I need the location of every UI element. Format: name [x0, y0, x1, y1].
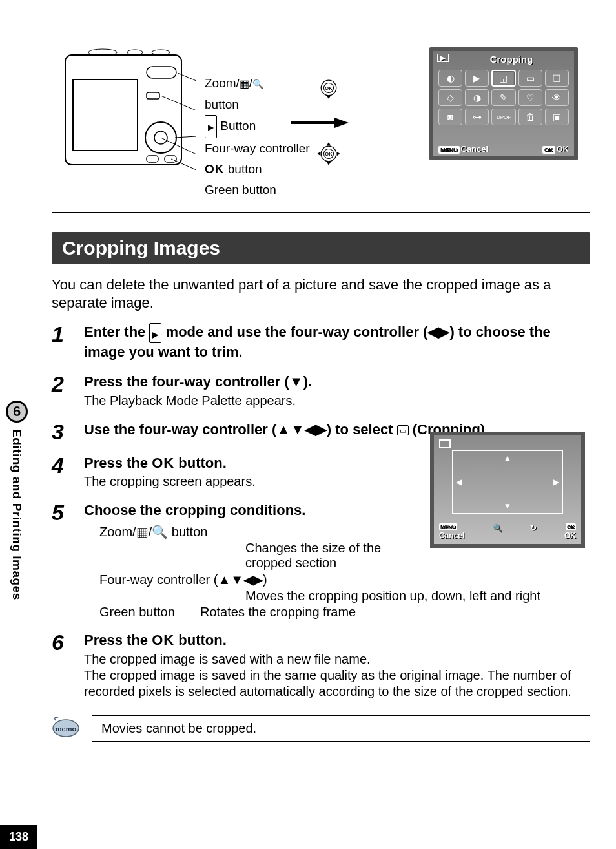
svg-text:memo: memo — [56, 725, 77, 733]
palette-icon: ▣ — [545, 109, 569, 125]
step-number: 2 — [52, 373, 71, 409]
palette-icon: ◇ — [438, 89, 462, 106]
ok-dial-down-icon: OK — [315, 74, 342, 101]
svg-rect-0 — [65, 55, 181, 165]
palette-icon: DPOF — [491, 109, 515, 125]
svg-marker-19 — [326, 96, 331, 99]
palette-title: ▶ Cropping — [433, 51, 574, 67]
svg-rect-5 — [147, 156, 158, 162]
palette-footer: MENUCancel OKOK — [438, 144, 569, 154]
arrow-right-icon: ▶ — [553, 477, 559, 487]
arrow-left-icon: ◀ — [456, 477, 462, 487]
grid-icon — [240, 76, 249, 90]
svg-marker-28 — [334, 118, 349, 128]
side-tab: 6 Editing and Printing Images — [0, 401, 34, 672]
crop-icon: ▭ — [397, 425, 409, 435]
palette-icon: 🗑 — [518, 109, 542, 125]
crop-frame: ▲ ▼ ◀ ▶ — [452, 450, 563, 514]
green-button-label: Green button — [205, 180, 310, 200]
play-icon — [205, 115, 217, 138]
step-subtext: The Playback Mode Palette appears. — [84, 393, 590, 409]
step-title: Press the four-way controller (▼). — [84, 373, 590, 392]
rotate-indicator-icon: ↻ — [530, 523, 537, 540]
palette-icon: ✎ — [491, 89, 515, 106]
svg-text:OK: OK — [325, 151, 333, 157]
step-number: 1 — [52, 323, 71, 361]
svg-line-12 — [161, 96, 196, 110]
svg-marker-24 — [326, 162, 331, 165]
step-title: Press the OK button. — [84, 631, 590, 650]
arrow-up-icon: ▲ — [504, 454, 511, 463]
svg-marker-26 — [336, 152, 340, 156]
magnify-icon — [252, 76, 263, 90]
step-number: 3 — [52, 421, 71, 443]
menu-tag: MENU — [439, 523, 457, 530]
step-number: 5 — [52, 501, 71, 620]
cond-label: Four-way controller (▲▼◀▶) — [84, 572, 267, 587]
palette-icon: ♡ — [518, 89, 542, 106]
svg-marker-25 — [317, 152, 320, 156]
ok-label: OK — [564, 531, 576, 540]
palette-icon: ▭ — [518, 70, 542, 87]
intro-text: You can delete the unwanted part of a pi… — [52, 276, 590, 311]
svg-point-9 — [127, 50, 143, 55]
memo-icon: memo — [52, 715, 80, 739]
memo-text: Movies cannot be cropped. — [92, 715, 590, 742]
fourway-label: Four-way controller — [205, 138, 310, 159]
zoom-button-label: Zoom// — [205, 73, 310, 94]
step-2: 2 Press the four-way controller (▼). The… — [52, 373, 590, 409]
cropping-screen: ▲ ▼ ◀ ▶ MENU Cancel 🔍 ↻ OK OK — [430, 432, 585, 548]
cond-label: Green button — [84, 605, 200, 620]
svg-line-13 — [175, 136, 196, 138]
camera-illustration — [64, 47, 200, 176]
ok-dial-all-icon: OK — [315, 140, 342, 167]
ok-tag: OK — [542, 146, 555, 154]
step-number: 6 — [52, 631, 71, 700]
memo: memo Movies cannot be cropped. — [52, 715, 590, 742]
cancel-label: Cancel — [461, 144, 489, 154]
palette-icon: ⊶ — [465, 109, 489, 125]
svg-line-11 — [178, 73, 196, 81]
palette-icon: ◑ — [465, 89, 489, 106]
ok-label: OK — [557, 144, 570, 154]
ok-tag: OK — [566, 523, 576, 530]
play-icon — [149, 323, 161, 343]
svg-point-10 — [152, 50, 170, 55]
step-6: 6 Press the OK button. The cropped image… — [52, 631, 590, 700]
arrow-right-icon — [291, 116, 349, 129]
play-icon: ▶ — [437, 54, 449, 62]
chapter-badge: 6 — [6, 401, 28, 423]
crop-mode-icon — [439, 439, 451, 448]
palette-icon: ▶ — [465, 70, 489, 87]
palette-icon: 👁 — [545, 89, 569, 106]
zoom-button-label2: button — [205, 94, 310, 115]
zoom-indicator-icon: 🔍 — [493, 523, 502, 540]
step-number: 4 — [52, 454, 71, 490]
palette-grid: ◐ ▶ ◱ ▭ ❏ ◇ ◑ ✎ ♡ 👁 ◙ ⊶ DPOF 🗑 ▣ — [433, 67, 574, 128]
svg-text:OK: OK — [325, 85, 333, 91]
section-heading: Cropping Images — [52, 232, 590, 264]
step-subtext: The cropped image is saved with a new fi… — [84, 651, 590, 700]
step-title: Enter the mode and use the four-way cont… — [84, 323, 590, 361]
palette-icon: ◐ — [438, 70, 462, 87]
palette-icon: ❏ — [545, 70, 569, 87]
palette-icon-cropping: ◱ — [491, 70, 515, 87]
menu-tag: MENU — [438, 146, 460, 154]
conditions-table: Zoom/▦/🔍 button Changes the size of the … — [84, 524, 420, 620]
step-1: 1 Enter the mode and use the four-way co… — [52, 323, 590, 361]
chapter-title: Editing and Printing Images — [10, 429, 24, 600]
page: Zoom// button Button Four-way controller… — [0, 0, 616, 849]
palette-icon: ◙ — [438, 109, 462, 125]
cond-label: Zoom/▦/🔍 button — [84, 524, 245, 540]
svg-rect-7 — [147, 92, 159, 99]
page-number: 138 — [0, 825, 37, 849]
cond-desc: Changes the size of the cropped section — [245, 541, 420, 571]
cond-desc: Rotates the cropping frame — [200, 605, 420, 620]
svg-marker-23 — [326, 142, 331, 145]
ok-button-label: OK button — [205, 159, 310, 180]
svg-rect-2 — [147, 67, 176, 78]
cond-desc: Moves the cropping position up, down, le… — [245, 589, 607, 603]
arrow-down-icon: ▼ — [504, 501, 511, 510]
cancel-label: Cancel — [439, 531, 464, 540]
svg-rect-1 — [73, 79, 138, 151]
